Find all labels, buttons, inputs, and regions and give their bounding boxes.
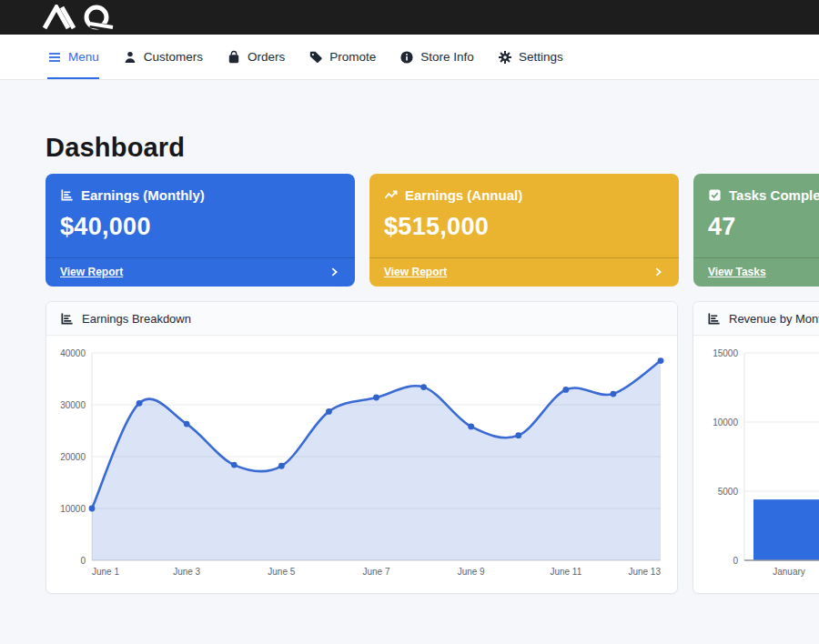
view-report-link[interactable]: View Report	[60, 266, 123, 278]
nav-item-settings[interactable]: Settings	[498, 35, 563, 79]
charts-row: Earnings Breakdown 010000200003000040000…	[46, 301, 819, 594]
chart-title: Earnings Breakdown	[82, 312, 191, 326]
stat-card-value: $40,000	[60, 213, 340, 241]
svg-text:June 5: June 5	[268, 567, 295, 577]
view-tasks-link[interactable]: View Tasks	[708, 266, 766, 278]
line-chart-icon	[384, 188, 398, 202]
svg-text:10000: 10000	[60, 504, 86, 514]
nav-item-store-info[interactable]: Store Info	[399, 35, 474, 79]
stat-card-title: Earnings (Annual)	[405, 187, 522, 203]
svg-text:0: 0	[80, 556, 86, 566]
nav-label: Promote	[329, 50, 376, 64]
earnings-breakdown-chart: 010000200003000040000June 1June 3June 5J…	[57, 346, 668, 580]
bar-chart-icon	[707, 312, 721, 326]
nav-label: Menu	[68, 50, 99, 64]
svg-text:June 3: June 3	[173, 567, 200, 577]
nav-label: Store Info	[420, 50, 474, 64]
stat-cards-row: Earnings (Monthly) $40,000 View Report E…	[46, 174, 819, 287]
check-square-icon	[708, 188, 722, 202]
svg-text:40000: 40000	[60, 348, 86, 358]
view-report-link[interactable]: View Report	[384, 266, 447, 278]
svg-text:20000: 20000	[60, 452, 86, 462]
revenue-by-month-card: Revenue by Month 050001000015000January	[693, 301, 819, 594]
stat-card-earnings-monthly: Earnings (Monthly) $40,000 View Report	[46, 174, 355, 287]
svg-text:10000: 10000	[713, 418, 738, 428]
main-nav: Menu Customers Orders Promote Store Info	[0, 35, 819, 80]
svg-text:June 1: June 1	[92, 567, 119, 577]
stat-card-value: $515,000	[384, 213, 664, 241]
svg-text:5000: 5000	[718, 487, 739, 497]
svg-text:June 13: June 13	[628, 567, 661, 577]
chevron-right-icon[interactable]	[328, 266, 340, 278]
earnings-breakdown-card: Earnings Breakdown 010000200003000040000…	[46, 301, 678, 594]
bar-chart-icon	[60, 312, 74, 326]
main-content: Dashboard Earnings (Monthly) $40,000 Vie…	[0, 80, 819, 594]
stat-card-title: Tasks Completed	[729, 187, 819, 203]
bag-icon	[227, 50, 241, 65]
chevron-right-icon[interactable]	[652, 266, 664, 278]
svg-text:0: 0	[733, 556, 738, 566]
user-icon	[123, 50, 137, 65]
stat-card-tasks-completed: Tasks Completed 47 View Tasks	[693, 174, 819, 287]
revenue-by-month-chart: 050001000015000January	[704, 346, 819, 580]
tag-icon	[308, 50, 323, 65]
stat-card-title: Earnings (Monthly)	[81, 187, 205, 203]
nav-label: Settings	[519, 50, 563, 64]
svg-text:June 11: June 11	[550, 567, 581, 577]
gear-icon	[498, 50, 512, 65]
nav-item-orders[interactable]: Orders	[227, 35, 285, 79]
page-title: Dashboard	[46, 133, 819, 163]
stat-card-value: 47	[708, 213, 819, 241]
aq-logo[interactable]	[41, 5, 125, 30]
nav-label: Customers	[144, 50, 203, 64]
stat-card-earnings-annual: Earnings (Annual) $515,000 View Report	[369, 174, 679, 287]
nav-item-promote[interactable]: Promote	[308, 35, 376, 79]
bar-chart-icon	[60, 188, 74, 202]
menu-icon	[47, 50, 62, 65]
topbar	[0, 0, 819, 35]
svg-text:15000: 15000	[713, 348, 738, 358]
nav-item-customers[interactable]: Customers	[123, 35, 203, 79]
svg-text:June 7: June 7	[362, 567, 389, 577]
svg-text:30000: 30000	[60, 400, 86, 410]
info-icon	[399, 50, 414, 65]
svg-text:June 9: June 9	[458, 567, 485, 577]
svg-text:January: January	[773, 567, 805, 577]
chart-title: Revenue by Month	[729, 312, 819, 326]
nav-label: Orders	[248, 50, 285, 64]
nav-item-menu[interactable]: Menu	[47, 35, 99, 79]
